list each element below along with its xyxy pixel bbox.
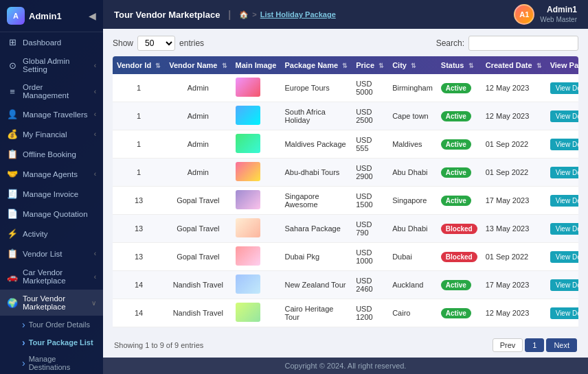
cell-created-date: 17 May 2023 xyxy=(482,271,546,299)
prev-page-button[interactable]: Prev xyxy=(493,338,523,352)
tour-vendor-icon: 🌍 xyxy=(7,298,18,308)
package-image xyxy=(236,106,260,125)
search-box: Search: xyxy=(436,36,578,51)
main-content: Tour Vendor Marketplace | 🏠 > List Holid… xyxy=(103,0,588,374)
sidebar-item-label: Offline Booking xyxy=(23,150,76,159)
package-image xyxy=(236,190,260,209)
view-detail-button[interactable]: View Detail xyxy=(550,139,578,150)
cell-package-name: Dubai Pkg xyxy=(280,243,352,271)
table-wrap: Vendor Id ⇅ Vendor Name ⇅ Main Image Pac… xyxy=(113,56,578,334)
cell-vendor-name: Gopal Travel xyxy=(165,215,231,243)
chevron-icon: ‹ xyxy=(94,170,96,178)
sidebar-item-global-admin[interactable]: ⊙ Global Admin Setting ‹ xyxy=(0,52,103,78)
status-badge: Blocked xyxy=(441,224,477,234)
cell-package-name: Abu-dhabi Tours xyxy=(280,159,352,187)
cell-vendor-name: Gopal Travel xyxy=(165,187,231,215)
home-icon[interactable]: 🏠 xyxy=(239,10,249,19)
col-main-image: Main Image xyxy=(231,56,281,74)
sidebar-item-car-vendor[interactable]: 🚗 Car Vendor Marketplace ‹ xyxy=(0,264,103,290)
entries-label: entries xyxy=(179,38,204,48)
chevron-icon: ‹ xyxy=(94,130,96,138)
table-row: 14 Nandish Travel New Zealand Tour USD 2… xyxy=(113,271,578,299)
search-input[interactable] xyxy=(468,36,578,51)
sub-dot-icon: › xyxy=(22,337,25,348)
table-row: 13 Gopal Travel Dubai Pkg USD 1000 Dubai… xyxy=(113,243,578,271)
cell-city: Abu Dhabi xyxy=(388,159,437,187)
sidebar-item-activity[interactable]: ⚡ Activity xyxy=(0,224,103,244)
sidebar-item-vendor-list[interactable]: 📋 Vendor List ‹ xyxy=(0,244,103,264)
sidebar-item-manage-quotation[interactable]: 📄 Manage Quotation xyxy=(0,204,103,224)
view-detail-button[interactable]: View Detail xyxy=(550,195,578,207)
cell-vendor-id: 14 xyxy=(113,299,165,327)
status-badge: Active xyxy=(441,196,471,206)
cell-created-date: 01 Sep 2022 xyxy=(482,243,546,271)
chevron-down-icon: ∨ xyxy=(91,299,96,307)
view-detail-button[interactable]: View Detail xyxy=(550,82,578,94)
cell-view-package: View Detail xyxy=(546,130,578,159)
cell-created-date: 17 May 2023 xyxy=(482,187,546,215)
user-role: Web Master xyxy=(540,15,577,24)
view-detail-button[interactable]: View Detail xyxy=(550,279,578,291)
package-image xyxy=(236,274,260,294)
status-badge: Active xyxy=(441,280,471,290)
cell-created-date: 12 May 2023 xyxy=(482,299,546,327)
tour-vendor-submenu: › Tour Order Details › Tour Package List… xyxy=(0,316,103,374)
cell-status: Active xyxy=(437,159,482,187)
sidebar-collapse-icon[interactable]: ◀ xyxy=(89,10,96,21)
page-1-button[interactable]: 1 xyxy=(525,338,544,352)
sidebar: A Admin1 ◀ ⊞ Dashboard ⊙ Global Admin Se… xyxy=(0,0,103,374)
sidebar-item-tour-vendor[interactable]: 🌍 Tour Vendor Marketplace ∨ xyxy=(0,290,103,316)
status-badge: Active xyxy=(441,83,471,93)
search-label: Search: xyxy=(436,38,464,48)
view-detail-button[interactable]: View Detail xyxy=(550,251,578,263)
cell-city: Cairo xyxy=(388,299,437,327)
sidebar-item-label: Dashboard xyxy=(23,38,61,47)
view-detail-button[interactable]: View Detail xyxy=(550,167,578,178)
sidebar-item-order-management[interactable]: ≡ Order Management ‹ xyxy=(0,78,103,104)
sidebar-item-my-financial[interactable]: 💰 My Financial ‹ xyxy=(0,124,103,144)
sidebar-item-offline-booking[interactable]: 📋 Offline Booking xyxy=(0,144,103,164)
sidebar-item-dashboard[interactable]: ⊞ Dashboard xyxy=(0,32,103,52)
avatar: A1 xyxy=(514,4,534,25)
dashboard-icon: ⊞ xyxy=(7,37,18,47)
order-icon: ≡ xyxy=(7,86,18,97)
view-detail-button[interactable]: View Detail xyxy=(550,110,578,122)
sidebar-item-manage-invoice[interactable]: 🧾 Manage Invoice xyxy=(0,184,103,204)
view-detail-button[interactable]: View Detail xyxy=(550,223,578,235)
user-info: Admin1 Web Master xyxy=(540,5,577,25)
cell-main-image xyxy=(231,159,281,187)
vendor-list-icon: 📋 xyxy=(7,248,18,259)
table-footer: Showing 1 to 9 of 9 entries Prev 1 Next xyxy=(113,334,578,355)
sidebar-item-manage-agents[interactable]: 🤝 Manage Agents ‹ xyxy=(0,164,103,184)
cell-price: USD 1200 xyxy=(352,299,388,327)
sidebar-item-manage-travellers[interactable]: 👤 Manage Travellers ‹ xyxy=(0,104,103,124)
cell-vendor-id: 13 xyxy=(113,243,165,271)
cell-main-image xyxy=(231,74,281,102)
cell-city: Singapore xyxy=(388,187,437,215)
sidebar-item-label: Manage Quotation xyxy=(23,210,88,218)
col-price: Price ⇅ xyxy=(352,56,388,74)
cell-vendor-id: 13 xyxy=(113,187,165,215)
sidebar-sub-item-manage-destinations[interactable]: › Manage Destinations xyxy=(19,351,103,374)
cell-main-image xyxy=(231,102,281,130)
view-detail-button[interactable]: View Detail xyxy=(550,307,578,319)
table-body: 1 Admin Europe Tours USD 5000 Birmingham… xyxy=(113,74,578,327)
cell-view-package: View Detail xyxy=(546,159,578,187)
table-row: 14 Nandish Travel Cairo Heritage Tour US… xyxy=(113,299,578,327)
sidebar-sub-item-label: Tour Package List xyxy=(29,338,93,347)
financial-icon: 💰 xyxy=(7,129,18,139)
sidebar-sub-item-tour-package-list[interactable]: › Tour Package List xyxy=(19,334,103,351)
status-badge: Blocked xyxy=(441,252,477,262)
cell-main-image xyxy=(231,130,281,159)
topnav-right: A1 Admin1 Web Master xyxy=(514,4,577,25)
sidebar-item-label: Activity xyxy=(23,230,47,238)
entries-select[interactable]: 50 25 10 100 xyxy=(137,36,175,51)
package-image xyxy=(236,162,260,181)
next-page-button[interactable]: Next xyxy=(546,338,577,352)
cell-status: Active xyxy=(437,271,482,299)
cell-main-image xyxy=(231,187,281,215)
cell-price: USD 1500 xyxy=(352,187,388,215)
cell-vendor-id: 1 xyxy=(113,102,165,130)
col-created-date: Created Date ⇅ xyxy=(482,56,546,74)
sidebar-sub-item-tour-order-details[interactable]: › Tour Order Details xyxy=(19,316,103,334)
